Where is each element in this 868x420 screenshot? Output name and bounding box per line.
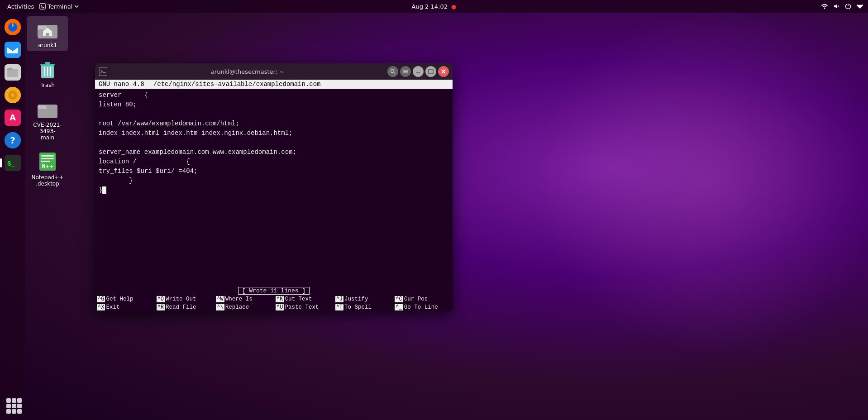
shortcut-tospell: ^T To Spell bbox=[334, 303, 393, 311]
dock-icon-help[interactable]: ? bbox=[3, 130, 23, 150]
svg-rect-30 bbox=[41, 155, 54, 157]
close-button[interactable] bbox=[438, 66, 449, 77]
shortcut-cuttext: ^K Cut Text bbox=[274, 295, 334, 303]
dock-icon-files[interactable] bbox=[3, 62, 23, 82]
svg-rect-28 bbox=[38, 105, 47, 109]
terminal-dropdown-icon bbox=[74, 5, 79, 8]
shortcut-gethelp: ^G Get Help bbox=[95, 295, 155, 303]
svg-point-2 bbox=[824, 8, 825, 9]
terminal-window: arunkl@thesecmaster: ~ bbox=[95, 63, 453, 311]
topbar-right bbox=[821, 3, 863, 10]
maximize-icon bbox=[428, 69, 434, 74]
topbar-left: Activities Terminal bbox=[5, 3, 79, 10]
nano-header: GNU nano 4.8 /etc/nginx/sites-available/… bbox=[95, 80, 453, 89]
dock-icon-terminal[interactable]: $_ bbox=[3, 153, 23, 173]
dock-icon-email[interactable] bbox=[3, 40, 23, 60]
menu-button[interactable] bbox=[400, 66, 411, 77]
svg-rect-32 bbox=[41, 161, 50, 162]
shortcut-readfile: ^R Read File bbox=[155, 303, 215, 311]
activities-button[interactable]: Activities bbox=[5, 3, 37, 10]
volume-icon bbox=[833, 3, 840, 10]
desktop-icon-cve-label: CVE-2021-3493-main bbox=[30, 122, 65, 141]
shortcut-writeout: ^O Write Out bbox=[155, 295, 215, 303]
shortcut-gotoline: ^_ Go To Line bbox=[393, 303, 453, 311]
cve-folder-icon bbox=[37, 98, 58, 120]
desktop-icon-trash-label: Trash bbox=[40, 82, 55, 88]
svg-rect-23 bbox=[45, 62, 50, 65]
notepad-icon: N++ bbox=[37, 151, 58, 172]
email-svg bbox=[5, 42, 21, 58]
shortcut-pastetext: ^U Paste Text bbox=[274, 303, 334, 311]
trash-icon bbox=[37, 58, 58, 80]
search-button[interactable] bbox=[387, 66, 398, 77]
topbar-datetime: Aug 2 14:02 ● bbox=[412, 3, 457, 10]
topbar-terminal-label[interactable]: Terminal bbox=[39, 3, 79, 10]
svg-text:A: A bbox=[10, 113, 16, 122]
rhythmbox-svg bbox=[5, 87, 21, 103]
terminal-topbar-icon bbox=[39, 3, 46, 10]
desktop-icon-notepad[interactable]: N++ Notepad++.desktop bbox=[27, 148, 68, 190]
apps-grid-button[interactable] bbox=[5, 396, 21, 413]
shortcut-justify: ^J Justify bbox=[334, 295, 393, 303]
svg-point-36 bbox=[391, 70, 394, 73]
shortcut-replace: ^\ Replace bbox=[214, 303, 274, 311]
minimize-icon bbox=[415, 69, 421, 74]
svg-text:$_: $_ bbox=[7, 160, 15, 167]
desktop-icon-notepad-label: Notepad++.desktop bbox=[31, 174, 63, 187]
desktop-icon-arunk1[interactable]: arunk1 bbox=[27, 16, 68, 51]
desktop-icons-area: arunk1 Trash bbox=[27, 16, 68, 190]
text-cursor bbox=[102, 186, 106, 194]
close-icon bbox=[441, 69, 446, 74]
network-icon bbox=[821, 3, 828, 10]
desktop-icon-trash[interactable]: Trash bbox=[27, 56, 68, 91]
svg-rect-9 bbox=[7, 68, 13, 70]
nano-body[interactable]: server { listen 80; root /var/www/exampl… bbox=[95, 89, 453, 286]
topbar: Activities Terminal Aug 2 14:02 ● bbox=[0, 0, 868, 13]
svg-text:?: ? bbox=[10, 135, 15, 146]
nano-version: GNU nano 4.8 bbox=[99, 81, 144, 88]
terminal-svg: $_ bbox=[5, 155, 21, 171]
maximize-button[interactable] bbox=[425, 66, 436, 77]
shortcut-curpos: ^C Cur Pos bbox=[393, 295, 453, 303]
search-icon bbox=[390, 69, 396, 74]
nano-status: [ Wrote 11 lines ] bbox=[95, 286, 453, 295]
desktop-icon-arunk1-label: arunk1 bbox=[38, 42, 57, 48]
svg-line-37 bbox=[394, 72, 395, 74]
nano-filepath: /etc/nginx/sites-available/exampledomain… bbox=[153, 81, 321, 88]
dock-icon-rhythmbox[interactable] bbox=[3, 85, 23, 105]
svg-rect-20 bbox=[38, 26, 47, 29]
dock-icon-firefox[interactable] bbox=[3, 17, 23, 37]
hamburger-icon bbox=[403, 69, 408, 74]
dock-icon-software[interactable]: A bbox=[3, 108, 23, 128]
minimize-button[interactable] bbox=[413, 66, 424, 77]
help-svg: ? bbox=[5, 132, 21, 148]
firefox-svg bbox=[5, 19, 21, 35]
svg-rect-6 bbox=[5, 42, 21, 58]
svg-point-12 bbox=[11, 93, 14, 97]
home-folder-icon bbox=[37, 19, 58, 40]
shortcut-exit: ^X Exit bbox=[95, 303, 155, 311]
desktop-icon-cve[interactable]: CVE-2021-3493-main bbox=[27, 95, 68, 143]
nano-shortcuts: ^G Get Help ^O Write Out ^W Where Is ^K … bbox=[95, 295, 453, 311]
shortcut-whereis: ^W Where Is bbox=[214, 295, 274, 303]
system-menu-icon[interactable] bbox=[856, 3, 863, 10]
terminal-titlebar: arunkl@thesecmaster: ~ bbox=[95, 63, 453, 80]
terminal-title: arunkl@thesecmaster: ~ bbox=[110, 68, 385, 75]
software-svg: A bbox=[5, 110, 21, 126]
svg-rect-31 bbox=[41, 158, 54, 159]
svg-text:N++: N++ bbox=[42, 164, 53, 169]
terminal-window-icon bbox=[99, 67, 107, 76]
svg-rect-34 bbox=[99, 67, 107, 76]
files-svg bbox=[5, 64, 21, 81]
terminal-titlebar-icon bbox=[99, 67, 108, 76]
nano-footer: [ Wrote 11 lines ] ^G Get Help ^O Write … bbox=[95, 286, 453, 311]
dock: A ? $_ bbox=[0, 13, 25, 420]
desktop: Activities Terminal Aug 2 14:02 ● bbox=[0, 0, 868, 420]
window-controls bbox=[387, 66, 449, 77]
svg-marker-3 bbox=[834, 4, 837, 9]
svg-rect-42 bbox=[429, 69, 433, 74]
power-icon bbox=[844, 3, 852, 10]
